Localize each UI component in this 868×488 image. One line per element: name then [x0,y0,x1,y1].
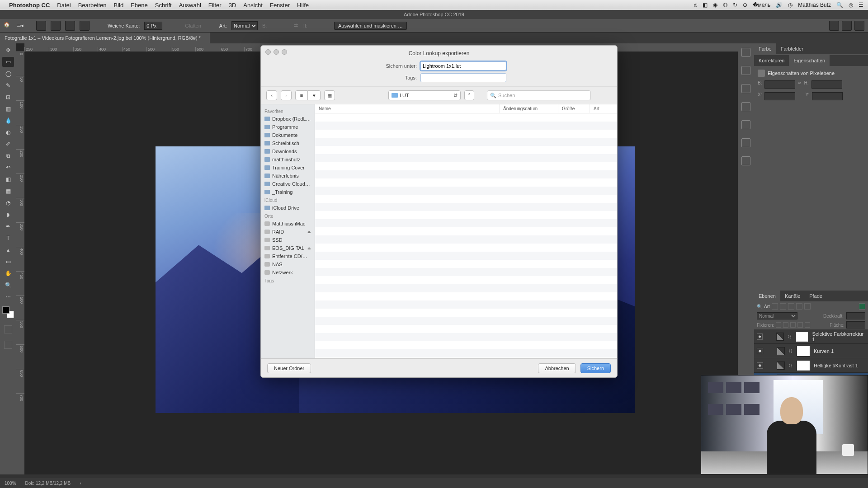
quickmask-icon[interactable] [4,325,12,333]
sidebar-item[interactable]: matthiasbutz [261,155,315,164]
sidebar-item[interactable]: Creative Cloud… [261,180,315,188]
eyedropper-tool-icon[interactable]: 💧 [2,116,14,126]
sidebar-item[interactable]: Dokumente [261,131,315,139]
file-list[interactable] [315,113,617,358]
dodge-tool-icon[interactable]: ◗ [2,210,14,220]
frame-tool-icon[interactable]: ▥ [2,104,14,114]
tab-farbfelder[interactable]: Farbfelder [776,43,808,54]
lock-position-icon[interactable] [790,322,796,328]
layer-row[interactable]: ⛓Selektive Farbkorrektur 1 [754,329,868,344]
sidebar-item[interactable]: Dropbox (RedL… [261,115,315,123]
healing-tool-icon[interactable]: ◐ [2,127,14,137]
intersect-selection-icon[interactable] [80,21,90,31]
sidebar-item[interactable]: Schreibtisch [261,139,315,147]
menu-schrift[interactable]: Schrift [155,2,172,9]
blur-tool-icon[interactable]: ◔ [2,198,14,208]
view-list-icon[interactable]: ≡ [295,90,308,100]
sys-wifi-icon[interactable]: �мель [753,2,771,8]
feather-input[interactable] [144,22,162,30]
lock-artboard-icon[interactable] [797,322,803,328]
doc-size[interactable]: Dok: 12,2 MB/12,2 MB [25,481,71,486]
adjustment-thumb-icon[interactable] [777,361,785,370]
col-art[interactable]: Art [590,104,617,113]
sidebar-item[interactable]: NAS [261,260,315,268]
dock-icon[interactable] [741,120,750,129]
new-selection-icon[interactable] [36,21,46,31]
mask-thumb[interactable] [797,360,810,371]
style-select[interactable]: Normal [231,21,258,30]
forward-button[interactable]: › [281,90,292,100]
collapse-button[interactable]: ˄ [464,90,474,100]
layer-row[interactable]: ⛓Kurven 1 [754,344,868,358]
mask-thumb[interactable] [796,331,809,342]
menu-ansicht[interactable]: Ansicht [243,2,263,9]
sys-icon[interactable]: ⊙ [743,2,747,8]
sidebar-item[interactable]: Downloads [261,147,315,155]
dock-icon[interactable] [741,84,750,93]
dock-icon[interactable] [741,102,750,111]
col-name[interactable]: Name [315,104,500,113]
menu-ebene[interactable]: Ebene [131,2,148,9]
layer-row[interactable]: ⛓Helligkeit/Kontrast 1 [754,358,868,373]
sidebar-item[interactable]: iCloud Drive [261,204,315,212]
sys-volume-icon[interactable]: 🔊 [776,2,783,8]
filter-pixel-icon[interactable] [772,303,778,310]
sidebar-item[interactable]: SSD [261,236,315,244]
group-icon[interactable]: ▦ [324,90,335,100]
menu-app[interactable]: Photoshop CC [9,2,50,9]
add-selection-icon[interactable] [51,21,61,31]
col-size[interactable]: Größe [558,104,590,113]
search-icon[interactable] [829,21,839,31]
marquee-tool-icon[interactable]: ▭ [2,57,14,67]
tab-pfade[interactable]: Pfade [805,291,827,301]
new-folder-button[interactable]: Neuer Ordner [267,363,311,373]
sys-icon[interactable]: ↻ [733,2,737,8]
sys-icon[interactable]: ⎋ [694,2,697,8]
opacity-input[interactable] [846,312,865,319]
sys-icon[interactable]: ◉ [713,2,717,8]
sidebar-item[interactable]: Matthiass iMac [261,220,315,228]
tab-farbe[interactable]: Farbe [754,43,776,54]
lock-all-icon[interactable] [805,322,810,328]
menu-auswahl[interactable]: Auswahl [179,2,201,9]
dialog-zoom-icon[interactable] [282,49,287,55]
menu-bild[interactable]: Bild [114,2,124,9]
eraser-tool-icon[interactable]: ◧ [2,174,14,184]
clone-tool-icon[interactable]: ⧉ [2,151,14,161]
folder-select[interactable]: LUT ⇵ [388,90,461,100]
fill-input[interactable] [846,321,865,328]
filter-shape-icon[interactable] [796,303,802,310]
spotlight-icon[interactable]: 🔍 [836,2,843,8]
sidebar-item[interactable]: Programme [261,123,315,131]
subtract-selection-icon[interactable] [65,21,75,31]
back-button[interactable]: ‹ [266,90,277,100]
workspace-icon[interactable] [842,21,852,31]
zoom-tool-icon[interactable]: 🔍 [2,280,14,290]
filename-input[interactable] [420,61,506,70]
sys-username[interactable]: Matthias Butz [798,2,831,8]
blend-mode-select[interactable]: Normal [757,312,797,319]
width-input[interactable] [764,80,795,89]
save-button[interactable]: Sichern [580,363,611,373]
sidebar-item[interactable]: RAID⏏ [261,228,315,236]
mask-thumb[interactable] [797,346,810,357]
tab-korrekturen[interactable]: Korrekturen [754,55,789,66]
status-chevron-icon[interactable]: › [80,481,81,486]
adjustment-thumb-icon[interactable] [776,333,784,341]
fg-bg-color[interactable] [2,306,14,318]
visibility-icon[interactable] [757,333,763,340]
gradient-tool-icon[interactable]: ▦ [2,186,14,196]
search-field[interactable]: 🔍 Suchen [487,90,591,100]
view-dropdown-icon[interactable]: ▾ [308,90,321,100]
select-and-mask-button[interactable]: Auswählen und maskieren … [334,22,407,30]
menu-filter[interactable]: Filter [208,2,222,9]
link-icon[interactable]: ∞ [798,80,801,89]
tags-input[interactable] [420,73,506,82]
dock-icon[interactable] [741,66,750,75]
brush-tool-icon[interactable]: ✐ [2,139,14,149]
dock-icon[interactable] [741,48,750,57]
history-brush-tool-icon[interactable]: ↶ [2,163,14,173]
dock-icon[interactable] [741,138,750,147]
filter-smart-icon[interactable] [804,303,811,310]
menu-bearbeiten[interactable]: Bearbeiten [78,2,107,9]
